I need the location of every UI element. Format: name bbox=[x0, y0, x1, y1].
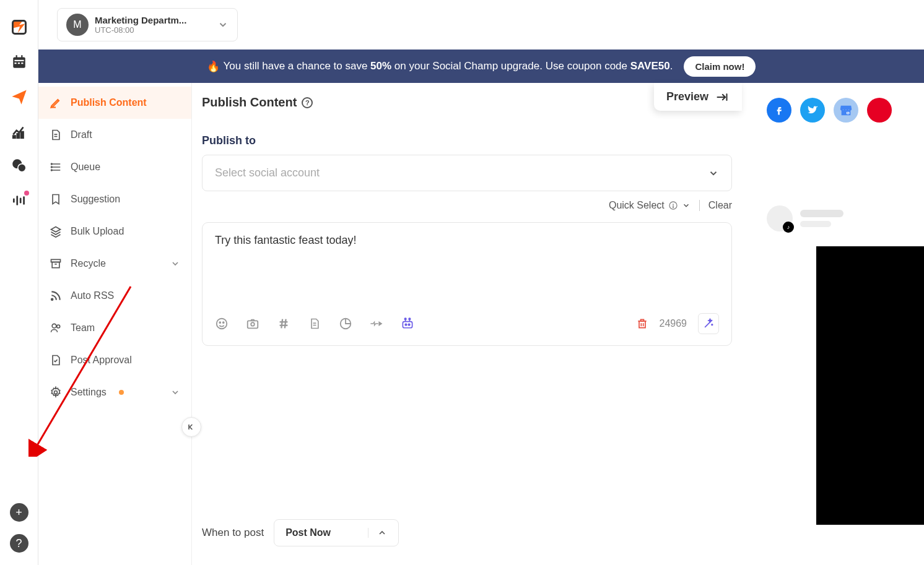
claim-button[interactable]: Claim now! bbox=[684, 56, 756, 77]
ai-robot-icon[interactable] bbox=[401, 317, 414, 330]
publish-to-label: Publish to bbox=[202, 134, 732, 147]
publish-icon[interactable] bbox=[11, 88, 28, 105]
tiktok-badge-icon: ♪ bbox=[783, 222, 794, 233]
document-icon bbox=[50, 129, 62, 141]
svg-point-29 bbox=[51, 299, 53, 301]
sidebar-item-suggestion[interactable]: Suggestion bbox=[38, 183, 191, 215]
chevron-up-icon bbox=[368, 528, 387, 538]
trash-icon[interactable] bbox=[636, 317, 648, 330]
banner-text-middle: on your Social Champ upgrade. Use coupon… bbox=[391, 60, 630, 72]
preview-panel: G ♪ bbox=[742, 83, 924, 565]
svg-point-32 bbox=[54, 391, 58, 394]
sidebar-item-auto-rss[interactable]: Auto RSS bbox=[38, 280, 191, 312]
fire-icon: 🔥 bbox=[207, 60, 220, 73]
sidebar-item-label: Post Approval bbox=[71, 355, 132, 366]
post-now-select[interactable]: Post Now bbox=[274, 519, 399, 546]
analytics-icon[interactable] bbox=[11, 123, 28, 140]
sidebar-item-queue[interactable]: Queue bbox=[38, 151, 191, 183]
approval-icon bbox=[50, 354, 62, 366]
main-content: Publish Content ? Preview Publish to Sel… bbox=[192, 83, 742, 565]
sidebar-item-settings[interactable]: Settings bbox=[38, 376, 191, 408]
preview-button[interactable]: Preview bbox=[654, 83, 742, 111]
camera-icon[interactable] bbox=[246, 317, 259, 330]
svg-rect-7 bbox=[21, 55, 22, 58]
notification-dot bbox=[24, 191, 29, 196]
template-icon[interactable] bbox=[308, 317, 321, 330]
magic-wand-button[interactable] bbox=[698, 313, 719, 334]
account-select[interactable]: Select social account bbox=[202, 155, 732, 191]
svg-rect-1 bbox=[13, 57, 25, 67]
sidebar: Publish Content Draft Queue Suggestion B… bbox=[38, 83, 192, 565]
rss-icon bbox=[50, 290, 62, 302]
composer: Try this fantastic feast today! 24969 bbox=[202, 222, 732, 346]
chevron-down-icon bbox=[170, 387, 180, 397]
sidebar-item-label: Publish Content bbox=[71, 97, 147, 108]
pinterest-tab[interactable] bbox=[867, 98, 892, 123]
google-business-tab[interactable]: G bbox=[834, 98, 858, 123]
workspace-selector[interactable]: M Marketing Departm... UTC-08:00 bbox=[57, 8, 238, 41]
queue-icon bbox=[50, 161, 62, 173]
calendar-icon[interactable] bbox=[11, 53, 28, 71]
svg-point-23 bbox=[51, 163, 53, 165]
icon-rail: + ? bbox=[0, 0, 38, 565]
sidebar-item-draft[interactable]: Draft bbox=[38, 119, 191, 151]
svg-point-52 bbox=[405, 324, 407, 326]
svg-rect-6 bbox=[15, 55, 17, 58]
svg-point-41 bbox=[223, 322, 224, 323]
help-button[interactable]: ? bbox=[10, 534, 28, 553]
sidebar-item-post-approval[interactable]: Post Approval bbox=[38, 344, 191, 376]
sidebar-item-publish-content[interactable]: Publish Content bbox=[38, 87, 191, 119]
svg-point-31 bbox=[57, 325, 60, 328]
clear-button[interactable]: Clear bbox=[708, 200, 732, 211]
svg-line-46 bbox=[281, 319, 282, 329]
sidebar-item-bulk-upload[interactable]: Bulk Upload bbox=[38, 215, 191, 248]
hashtag-icon[interactable] bbox=[277, 317, 290, 330]
sidebar-item-label: Auto RSS bbox=[71, 290, 114, 301]
preview-avatar: ♪ bbox=[767, 205, 793, 231]
logo-icon[interactable] bbox=[11, 19, 28, 36]
svg-rect-5 bbox=[21, 63, 23, 64]
preview-username-placeholder bbox=[800, 210, 843, 217]
sidebar-item-label: Team bbox=[71, 322, 95, 334]
archive-icon bbox=[50, 257, 62, 270]
link-shorten-icon[interactable] bbox=[370, 317, 383, 330]
svg-text:G: G bbox=[847, 112, 849, 114]
svg-point-53 bbox=[408, 324, 410, 326]
account-placeholder: Select social account bbox=[215, 166, 320, 179]
header: M Marketing Departm... UTC-08:00 bbox=[38, 0, 924, 50]
composer-textarea[interactable]: Try this fantastic feast today! bbox=[215, 234, 719, 247]
workspace-name: Marketing Departm... bbox=[95, 15, 186, 25]
add-button[interactable]: + bbox=[10, 503, 28, 522]
help-icon[interactable]: ? bbox=[302, 97, 313, 108]
pencil-icon bbox=[50, 97, 62, 109]
svg-line-47 bbox=[285, 319, 286, 329]
banner-text-suffix: . bbox=[670, 60, 673, 72]
svg-point-24 bbox=[51, 166, 53, 168]
svg-rect-27 bbox=[52, 262, 59, 268]
chat-icon[interactable] bbox=[11, 157, 28, 175]
team-icon bbox=[50, 322, 62, 334]
sidebar-item-recycle[interactable]: Recycle bbox=[38, 248, 191, 280]
preview-meta-placeholder bbox=[800, 221, 831, 227]
sidebar-item-team[interactable]: Team bbox=[38, 312, 191, 344]
workspace-avatar: M bbox=[66, 14, 89, 36]
twitter-tab[interactable] bbox=[800, 98, 825, 123]
sidebar-item-label: Draft bbox=[71, 129, 92, 140]
svg-point-25 bbox=[51, 170, 53, 171]
chevron-down-icon bbox=[170, 259, 180, 269]
svg-point-39 bbox=[217, 319, 227, 329]
svg-rect-2 bbox=[14, 60, 24, 61]
chart-icon[interactable] bbox=[339, 317, 352, 330]
svg-point-60 bbox=[712, 324, 713, 326]
char-count: 24969 bbox=[660, 318, 687, 329]
gear-icon bbox=[50, 386, 62, 399]
page-title: Publish Content ? bbox=[202, 95, 313, 110]
facebook-tab[interactable] bbox=[767, 98, 791, 123]
post-preview: ♪ bbox=[767, 205, 924, 525]
quick-select-button[interactable]: Quick Select bbox=[609, 200, 691, 211]
promo-banner: 🔥 You still have a chance to save 50% on… bbox=[38, 50, 924, 83]
emoji-icon[interactable] bbox=[215, 317, 229, 330]
listening-icon[interactable] bbox=[11, 192, 28, 209]
svg-rect-3 bbox=[14, 63, 16, 64]
svg-point-43 bbox=[251, 322, 255, 326]
